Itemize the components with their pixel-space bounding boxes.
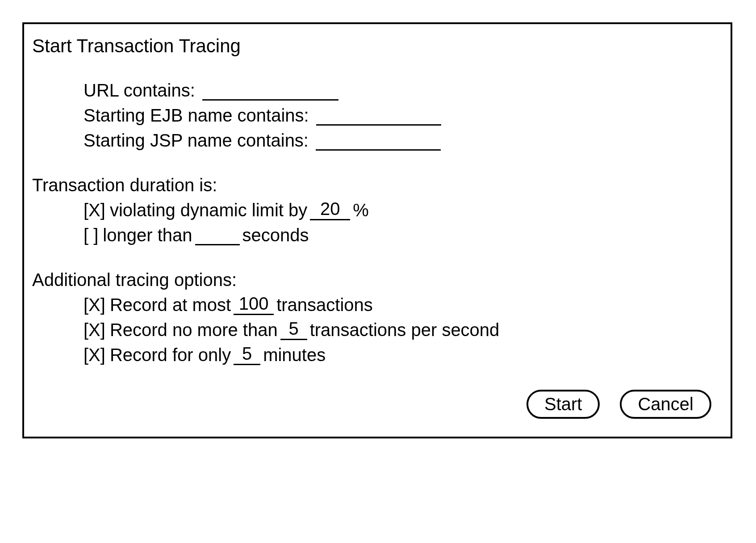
violating-limit-checkbox[interactable]: [X] xyxy=(84,200,105,220)
button-row: Start Cancel xyxy=(32,390,711,419)
record-for-only-suffix: minutes xyxy=(263,345,326,365)
violating-limit-suffix: % xyxy=(353,200,369,220)
additional-section: [X] Record at most transactions [X] Reco… xyxy=(84,294,723,365)
longer-than-suffix: seconds xyxy=(242,225,309,245)
record-no-more-row: [X] Record no more than transactions per… xyxy=(84,319,723,340)
url-contains-label: URL contains: xyxy=(84,80,195,101)
record-at-most-suffix: transactions xyxy=(276,295,373,315)
record-no-more-prefix: Record no more than xyxy=(110,320,278,340)
ejb-contains-row: Starting EJB name contains: xyxy=(84,104,723,126)
violating-limit-row: [X] violating dynamic limit by % xyxy=(84,199,723,220)
jsp-contains-row: Starting JSP name contains: xyxy=(84,129,723,151)
longer-than-prefix: longer than xyxy=(103,225,192,245)
url-contains-row: URL contains: xyxy=(84,79,723,101)
violating-limit-prefix: violating dynamic limit by xyxy=(110,200,307,220)
record-no-more-suffix: transactions per second xyxy=(310,320,500,340)
cancel-button[interactable]: Cancel xyxy=(620,390,711,419)
record-no-more-checkbox[interactable]: [X] xyxy=(84,320,105,340)
record-for-only-checkbox[interactable]: [X] xyxy=(84,345,105,365)
dialog-title: Start Transaction Tracing xyxy=(32,35,723,57)
filter-section: URL contains: Starting EJB name contains… xyxy=(84,79,723,151)
record-for-only-prefix: Record for only xyxy=(110,345,231,365)
record-no-more-input[interactable] xyxy=(280,319,307,340)
ejb-contains-input[interactable] xyxy=(316,104,441,126)
record-for-only-input[interactable] xyxy=(234,344,260,365)
record-at-most-input[interactable] xyxy=(234,294,274,315)
jsp-contains-input[interactable] xyxy=(316,129,441,151)
longer-than-checkbox[interactable]: [ ] xyxy=(84,225,98,245)
record-at-most-row: [X] Record at most transactions xyxy=(84,294,723,315)
url-contains-input[interactable] xyxy=(202,79,338,101)
duration-section: [X] violating dynamic limit by % [ ] lon… xyxy=(84,199,723,245)
longer-than-row: [ ] longer than seconds xyxy=(84,224,723,245)
ejb-contains-label: Starting EJB name contains: xyxy=(84,105,309,126)
record-at-most-checkbox[interactable]: [X] xyxy=(84,295,105,315)
violating-limit-input[interactable] xyxy=(310,199,350,220)
record-for-only-row: [X] Record for only minutes xyxy=(84,344,723,365)
start-button[interactable]: Start xyxy=(526,390,600,419)
jsp-contains-label: Starting JSP name contains: xyxy=(84,130,309,151)
longer-than-input[interactable] xyxy=(195,224,240,245)
duration-heading: Transaction duration is: xyxy=(32,175,723,195)
transaction-tracing-dialog: Start Transaction Tracing URL contains: … xyxy=(22,22,732,438)
record-at-most-prefix: Record at most xyxy=(110,295,231,315)
additional-heading: Additional tracing options: xyxy=(32,270,723,290)
